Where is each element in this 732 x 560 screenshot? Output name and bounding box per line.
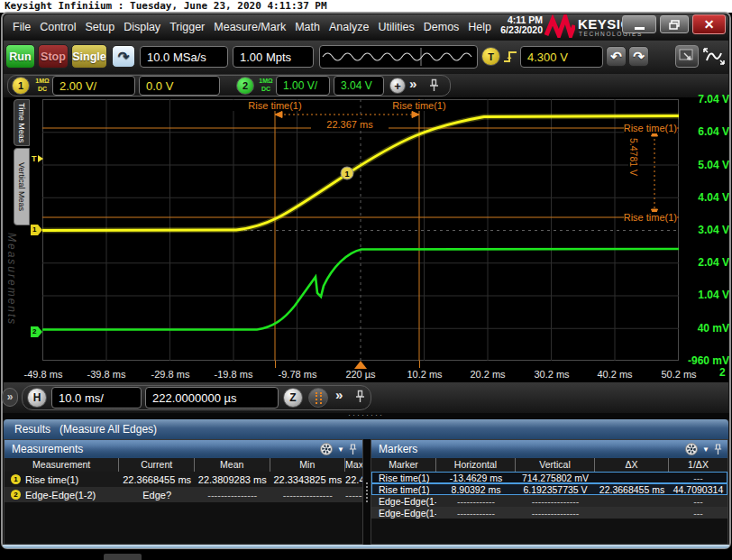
- measurement-row[interactable]: 2 Edge-Edge(1-2) Edge? --------------- -…: [5, 487, 362, 502]
- tab-time-meas[interactable]: Time Meas: [14, 99, 30, 146]
- stop-button[interactable]: Stop: [38, 44, 69, 69]
- trace1-badge-label: 1: [344, 170, 349, 179]
- single-button[interactable]: Single: [71, 44, 107, 69]
- chevron-down-icon[interactable]: ▼: [702, 445, 709, 454]
- threshold-upper-label: Rise time(1): [624, 123, 677, 133]
- menu-control[interactable]: Control: [40, 21, 76, 33]
- x-tick-6: 10.2 ms: [393, 369, 456, 380]
- restore-button[interactable]: [660, 15, 689, 33]
- channel2-offset-field[interactable]: 3.04 V: [334, 76, 384, 96]
- timebase-scale-field[interactable]: 10.0 ms/: [51, 387, 142, 409]
- menu-math[interactable]: Math: [295, 21, 320, 33]
- results-panels: Measurements ▼ Measurement Current Mean …: [4, 439, 728, 545]
- x-tick-0: -49.8 ms: [12, 369, 75, 380]
- channel2-coupling: 1MΩDC: [256, 77, 276, 93]
- minimize-button[interactable]: [622, 15, 656, 33]
- hbar-more-chevron[interactable]: »: [335, 387, 343, 402]
- col-marker[interactable]: Marker: [371, 458, 436, 472]
- col-measurement[interactable]: Measurement: [5, 458, 119, 472]
- cursor-left-stub: [275, 361, 276, 368]
- menu-display[interactable]: Display: [124, 21, 160, 33]
- measurement-badge: 1: [11, 474, 21, 484]
- channel2-scale-field[interactable]: 1.00 V/: [276, 76, 330, 96]
- pin-icon[interactable]: [429, 78, 439, 92]
- menu-file[interactable]: File: [13, 21, 31, 33]
- marker-row[interactable]: Rise time(1) 8.90392 ms 6.192357735 V 22…: [371, 483, 727, 495]
- clock: 4:11 PM6/23/2020: [487, 15, 543, 35]
- pin-icon[interactable]: [714, 444, 722, 455]
- waveform-plot[interactable]: 1: [42, 99, 679, 361]
- col-mean[interactable]: Mean: [195, 458, 270, 472]
- vertical-splitter[interactable]: [363, 439, 371, 545]
- marker-row[interactable]: Rise time(1) -13.4629 ms 714.275802 mV -…: [371, 472, 727, 483]
- zoom-button[interactable]: Z: [283, 388, 303, 408]
- trigger-source-button[interactable]: T: [481, 47, 500, 66]
- col-dx[interactable]: ΔX: [595, 458, 669, 472]
- y-tick-4: 3.04 V: [681, 224, 729, 236]
- col-current[interactable]: Current: [119, 458, 195, 472]
- tab-vertical-meas[interactable]: Vertical Meas: [14, 148, 30, 225]
- measurements-panel: Measurements ▼ Measurement Current Mean …: [4, 439, 363, 545]
- channel1-scale-field[interactable]: 2.00 V/: [52, 76, 135, 96]
- results-subtitle: (Measure All Edges): [59, 423, 157, 436]
- col-inv-dx[interactable]: 1/ΔX: [669, 458, 727, 472]
- horizontal-splitter[interactable]: ········: [3, 413, 729, 419]
- marker-row[interactable]: Edge-Edge(1-2) ------------ ------------…: [371, 495, 727, 507]
- pin-icon[interactable]: [349, 444, 357, 455]
- gear-icon[interactable]: [320, 443, 333, 455]
- col-horizontal[interactable]: Horizontal: [436, 458, 516, 472]
- expand-left-chevron-button[interactable]: »: [2, 388, 18, 407]
- waveform-arrows-icon: [701, 45, 727, 68]
- close-button[interactable]: ✕: [692, 14, 726, 34]
- window-bottom-edge: [3, 545, 729, 548]
- memory-depth-field[interactable]: 1.00 Mpts: [233, 46, 314, 68]
- restore-icon: [669, 20, 680, 30]
- y-tick-8: -960 mV: [681, 354, 729, 367]
- measurement-row[interactable]: 1 Rise time(1) 22.3668455 ms 22.3809283 …: [5, 472, 362, 487]
- y-tick-2: 5.04 V: [681, 159, 729, 171]
- trigger-level-marker[interactable]: T: [32, 154, 43, 163]
- timebase-position-field[interactable]: 222.0000000 µs: [145, 387, 279, 409]
- y-tick-1: 6.04 V: [681, 125, 729, 138]
- redo-button[interactable]: ↷: [628, 46, 649, 67]
- pin-icon[interactable]: [355, 390, 365, 403]
- sample-rate-field[interactable]: 10.0 MSa/s: [140, 46, 228, 68]
- col-vertical[interactable]: Vertical: [516, 458, 595, 472]
- menu-trigger[interactable]: Trigger: [169, 21, 205, 33]
- marker-row[interactable]: Edge-Edge(1-2) ------------ ------------…: [371, 507, 727, 519]
- trigger-edge-icon: [502, 49, 518, 65]
- add-waveform-button[interactable]: +: [389, 78, 406, 94]
- col-min[interactable]: Min: [270, 458, 346, 472]
- menu-utilities[interactable]: Utilities: [378, 21, 414, 33]
- menu-measure-mark[interactable]: Measure/Mark: [214, 21, 286, 33]
- measurement-name: Rise time(1): [25, 474, 78, 485]
- clear-display-button[interactable]: ↷: [112, 45, 135, 68]
- gear-icon[interactable]: [685, 443, 698, 455]
- chevron-down-icon[interactable]: ▼: [337, 445, 344, 454]
- trigger-arrow-icon: [38, 155, 43, 162]
- marker-dots-icon: [320, 392, 322, 404]
- x-tick-9: 40.2 ms: [583, 369, 646, 380]
- more-chevron-button[interactable]: »: [409, 76, 416, 91]
- undo-button[interactable]: ↶: [606, 46, 627, 67]
- trigger-level-field[interactable]: 4.300 V: [520, 46, 603, 68]
- markers-button[interactable]: [308, 388, 328, 408]
- menu-setup[interactable]: Setup: [85, 21, 114, 33]
- display-settings-button[interactable]: [675, 45, 699, 68]
- horizontal-button[interactable]: H: [27, 388, 47, 408]
- col-max[interactable]: Max: [345, 458, 362, 472]
- channel2-button[interactable]: 2: [236, 77, 254, 95]
- acquisition-preview[interactable]: [319, 45, 478, 69]
- menu-demos[interactable]: Demos: [424, 21, 460, 33]
- measurements-watermark: Measurements: [5, 233, 18, 326]
- channel1-offset-field[interactable]: 0.0 V: [139, 76, 220, 96]
- keysight-spark-icon: [544, 14, 575, 38]
- run-button[interactable]: Run: [5, 44, 35, 69]
- trigger-position-marker[interactable]: [354, 361, 367, 369]
- channel1-button[interactable]: 1: [12, 77, 30, 95]
- marker-dots-icon: [316, 392, 317, 404]
- autoscale-button[interactable]: [701, 45, 727, 68]
- x-tick-4: -9.78 ms: [266, 369, 329, 380]
- menu-analyze[interactable]: Analyze: [329, 21, 369, 33]
- taskbar-button[interactable]: [104, 554, 142, 560]
